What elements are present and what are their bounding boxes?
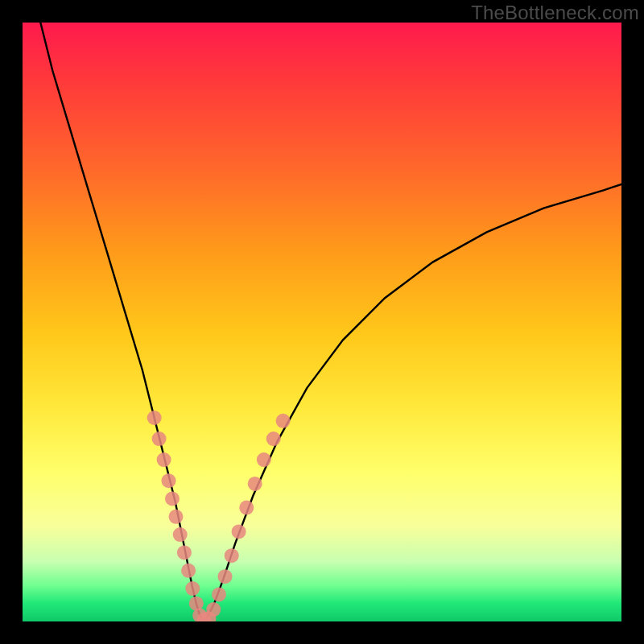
marker-dot <box>266 431 281 446</box>
marker-dot <box>257 452 271 467</box>
marker-dot <box>181 564 196 578</box>
marker-dot <box>232 524 246 539</box>
marker-dot <box>212 588 226 602</box>
marker-dot <box>239 501 254 515</box>
marker-dot <box>185 581 200 596</box>
chart-svg <box>23 23 621 621</box>
watermark-text: TheBottleneck.com <box>471 2 639 24</box>
marker-dot <box>169 510 184 524</box>
bottleneck-curve <box>40 23 621 621</box>
marker-dot <box>152 431 167 446</box>
marker-dot <box>206 602 221 617</box>
marker-dot <box>276 414 291 428</box>
marker-dot <box>225 548 239 563</box>
marker-dot <box>218 569 233 584</box>
marker-dot <box>177 545 192 559</box>
marker-dot <box>165 492 180 506</box>
marker-dot <box>157 452 171 467</box>
chart-frame: TheBottleneck.com <box>0 0 644 644</box>
marker-dot <box>147 411 162 425</box>
marker-dot <box>248 477 262 491</box>
marker-dot <box>173 527 188 542</box>
plot-area <box>23 23 621 621</box>
scatter-markers <box>147 411 291 621</box>
marker-dot <box>162 473 176 488</box>
